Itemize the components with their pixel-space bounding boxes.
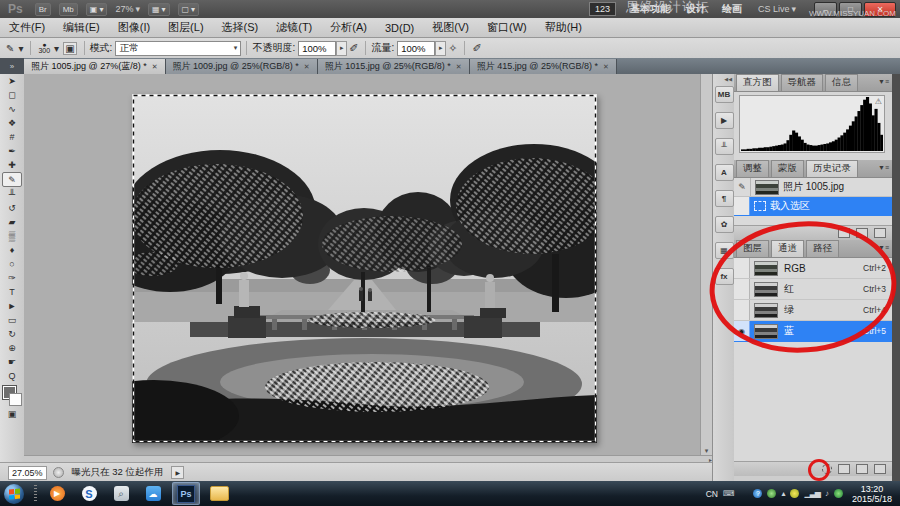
tool-shape[interactable]: ▭ xyxy=(2,313,22,327)
tab-history[interactable]: 历史记录 xyxy=(806,160,858,177)
tab-info[interactable]: 信息 xyxy=(825,74,858,91)
opacity-field[interactable]: 100% xyxy=(298,41,336,56)
cs-live-button[interactable]: CS Live▾ xyxy=(758,4,796,14)
airbrush-icon[interactable]: ✧ xyxy=(448,42,457,55)
new-snapshot-icon[interactable] xyxy=(856,228,868,238)
quick-mask-button[interactable]: ▣ xyxy=(2,407,22,421)
arrange-documents-button[interactable]: ▦▾ xyxy=(148,3,170,16)
tool-eyedropper[interactable]: ✒ xyxy=(2,144,22,158)
color-swatches[interactable] xyxy=(2,385,22,407)
actions-panel-icon[interactable]: ▶ xyxy=(715,112,734,129)
tool-type[interactable]: T xyxy=(2,285,22,299)
doc-tab-415[interactable]: 照片 415.jpg @ 25%(RGB/8) * ✕ xyxy=(470,59,617,74)
keyboard-icon[interactable]: ⌨ xyxy=(723,489,735,498)
taskbar-photoshop[interactable]: Ps xyxy=(172,482,200,505)
security-tray-icon[interactable] xyxy=(767,489,776,498)
menu-view[interactable]: 视图(V) xyxy=(423,18,478,37)
tool-rect-marquee[interactable]: ◻ xyxy=(2,88,22,102)
new-document-from-state-icon[interactable] xyxy=(838,228,850,238)
taskbar-clock[interactable]: 13:20 2015/5/18 xyxy=(852,484,892,504)
chevron-down-icon[interactable]: ▾ xyxy=(54,43,59,54)
close-icon[interactable]: ✕ xyxy=(152,63,158,71)
tool-move[interactable]: ➤ xyxy=(2,74,22,88)
menu-image[interactable]: 图像(I) xyxy=(109,18,159,37)
tool-gradient[interactable]: ▒ xyxy=(2,229,22,243)
brush-tool-icon[interactable]: ✎ xyxy=(6,43,14,54)
new-channel-icon[interactable] xyxy=(856,464,868,474)
taskbar-media-player[interactable]: ▶ xyxy=(44,483,70,504)
delete-state-icon[interactable] xyxy=(874,228,886,238)
channel-row-rgb[interactable]: RGB Ctrl+2 xyxy=(734,258,892,279)
tool-path-selection[interactable]: ► xyxy=(2,299,22,313)
panel-menu-icon[interactable]: ▼≡ xyxy=(878,78,889,85)
visibility-toggle[interactable] xyxy=(734,300,750,320)
tool-lasso[interactable]: ∿ xyxy=(2,102,22,116)
restore-button[interactable]: □ xyxy=(839,2,862,17)
tab-layers[interactable]: 图层 xyxy=(736,240,769,257)
tool-pen[interactable]: ✑ xyxy=(2,271,22,285)
history-brush-source-icon[interactable]: ✎ xyxy=(734,178,751,196)
flow-spinner[interactable]: ▸ xyxy=(435,41,446,56)
visibility-toggle[interactable]: ◉ xyxy=(734,321,750,341)
doc-tab-1015[interactable]: 照片 1015.jpg @ 25%(RGB/8) * ✕ xyxy=(318,59,470,74)
menu-layer[interactable]: 图层(L) xyxy=(159,18,212,37)
view-extras-button[interactable]: ▣▾ xyxy=(86,3,108,16)
panel-menu-icon[interactable]: ▼≡ xyxy=(878,244,889,251)
tab-channels[interactable]: 通道 xyxy=(771,240,804,257)
menu-file[interactable]: 文件(F) xyxy=(0,18,54,37)
zoom-level-button[interactable]: 27%▾ xyxy=(115,4,140,14)
tool-history-brush[interactable]: ↺ xyxy=(2,201,22,215)
optimizer-tray-icon[interactable] xyxy=(790,489,799,498)
tab-adjustments[interactable]: 调整 xyxy=(736,160,769,177)
tool-eraser[interactable]: ▰ xyxy=(2,215,22,229)
tool-zoom[interactable]: Q xyxy=(2,369,22,383)
taskbar-sogou[interactable]: S xyxy=(76,483,102,504)
tab-navigator[interactable]: 导航器 xyxy=(781,74,824,91)
doc-tab-1009[interactable]: 照片 1009.jpg @ 25%(RGB/8) * ✕ xyxy=(166,59,318,74)
menu-3d[interactable]: 3D(D) xyxy=(376,20,423,36)
load-channel-as-selection-icon[interactable] xyxy=(822,464,832,474)
tool-hand[interactable]: ☛ xyxy=(2,355,22,369)
background-color[interactable] xyxy=(9,393,22,406)
taskbar-explorer[interactable] xyxy=(206,483,232,504)
brush-preset-picker[interactable]: ● 300 xyxy=(38,42,50,54)
tools-collapse-icon[interactable]: » xyxy=(0,58,24,74)
tool-brush[interactable]: ✎ xyxy=(2,172,22,187)
character-panel-icon[interactable]: A xyxy=(715,164,734,181)
doc-tab-1005[interactable]: 照片 1005.jpg @ 27%(蓝/8) * ✕ xyxy=(24,59,166,74)
channel-row-red[interactable]: 红 Ctrl+3 xyxy=(734,279,892,300)
menu-window[interactable]: 窗口(W) xyxy=(478,18,536,37)
menu-analysis[interactable]: 分析(A) xyxy=(321,18,376,37)
workspace-painting[interactable]: 绘画 xyxy=(722,2,742,16)
canvas-area[interactable]: ▾ xyxy=(24,74,712,455)
tool-clone-stamp[interactable]: ╨ xyxy=(2,187,22,201)
mini-bridge-panel-icon[interactable]: MB xyxy=(715,86,734,103)
tool-3d-orbit[interactable]: ⊕ xyxy=(2,341,22,355)
opacity-spinner[interactable]: ▸ xyxy=(336,41,347,56)
close-button[interactable]: ✕ xyxy=(864,2,896,17)
mini-bridge-button[interactable]: Mb xyxy=(59,3,78,16)
flow-pressure-icon[interactable]: ✐ xyxy=(472,42,481,55)
visibility-toggle[interactable] xyxy=(734,258,750,278)
zoom-percent-field[interactable]: 27.05% xyxy=(8,466,47,480)
clone-source-panel-icon[interactable]: ╨ xyxy=(715,138,734,155)
swatches-panel-icon[interactable]: ✿ xyxy=(715,216,734,233)
tool-healing-brush[interactable]: ✚ xyxy=(2,158,22,172)
workspace-design[interactable]: 设计 xyxy=(686,2,706,16)
shield-tray-icon[interactable] xyxy=(834,489,843,498)
channel-row-blue[interactable]: ◉ 蓝 Ctrl+5 xyxy=(734,321,892,342)
document-image[interactable] xyxy=(132,94,597,443)
tool-blur[interactable]: ♦ xyxy=(2,243,22,257)
flow-field[interactable]: 100% xyxy=(397,41,435,56)
close-icon[interactable]: ✕ xyxy=(304,63,310,71)
language-indicator[interactable]: CN xyxy=(706,489,718,499)
launch-bridge-button[interactable]: Br xyxy=(35,3,51,16)
tab-histogram[interactable]: 直方图 xyxy=(736,74,779,91)
save-selection-as-channel-icon[interactable] xyxy=(838,464,850,474)
tab-paths[interactable]: 路径 xyxy=(806,240,839,257)
opacity-pressure-icon[interactable]: ✐ xyxy=(349,42,358,55)
tool-dodge[interactable]: ○ xyxy=(2,257,22,271)
toggle-brush-panel-button[interactable]: ▣ xyxy=(63,42,76,55)
menu-filter[interactable]: 滤镜(T) xyxy=(267,18,321,37)
menu-edit[interactable]: 编辑(E) xyxy=(54,18,109,37)
